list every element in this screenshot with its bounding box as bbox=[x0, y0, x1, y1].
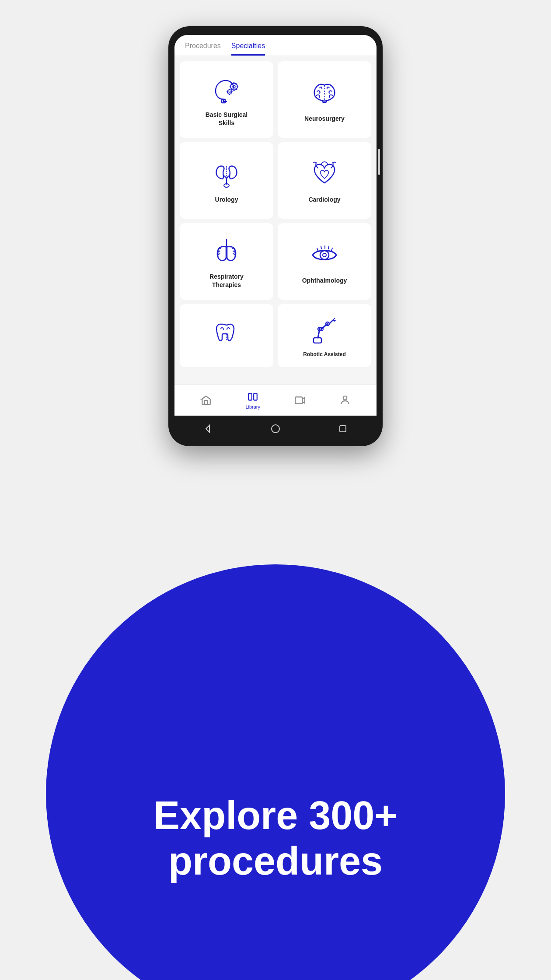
phone-back-button[interactable] bbox=[203, 424, 213, 434]
svg-line-24 bbox=[321, 246, 321, 249]
kidneys-icon bbox=[209, 159, 244, 189]
svg-marker-40 bbox=[206, 425, 209, 432]
label-urology: Urology bbox=[215, 196, 238, 203]
blue-circle-background bbox=[46, 564, 505, 980]
tab-procedures[interactable]: Procedures bbox=[185, 42, 221, 56]
svg-rect-33 bbox=[248, 393, 252, 400]
brain-icon bbox=[307, 78, 342, 108]
svg-point-22 bbox=[323, 253, 326, 257]
svg-line-26 bbox=[328, 246, 329, 249]
heart-icon bbox=[307, 159, 342, 189]
svg-point-12 bbox=[229, 91, 230, 93]
card-urology[interactable]: Urology bbox=[180, 142, 273, 219]
card-cardiology[interactable]: Cardiology bbox=[278, 142, 371, 219]
phone-screen: Procedures Specialties bbox=[174, 35, 377, 416]
svg-point-39 bbox=[343, 396, 347, 400]
specialty-grid: Basic SurgicalSkills bbox=[180, 61, 371, 367]
card-neurosurgery[interactable]: Neurosurgery bbox=[278, 61, 371, 138]
lungs-icon bbox=[209, 236, 244, 266]
card-basic-surgical-skills[interactable]: Basic SurgicalSkills bbox=[180, 61, 273, 138]
phone-device: Procedures Specialties bbox=[168, 26, 383, 446]
card-respiratory-therapies[interactable]: RespiratoryTherapies bbox=[180, 223, 273, 300]
label-robotic-assisted: Robotic Assisted bbox=[303, 351, 346, 358]
tab-bar: Procedures Specialties bbox=[174, 35, 377, 56]
head-gears-icon bbox=[209, 74, 244, 105]
tooth-icon bbox=[209, 318, 244, 349]
phone-hardware-nav bbox=[174, 416, 377, 442]
specialties-grid-container: Basic SurgicalSkills bbox=[174, 56, 377, 384]
bottom-navigation: Library bbox=[174, 384, 377, 416]
nav-library[interactable]: Library bbox=[245, 391, 260, 410]
svg-point-41 bbox=[272, 425, 279, 433]
robot-arm-icon bbox=[307, 315, 342, 345]
nav-home[interactable] bbox=[200, 395, 212, 406]
svg-rect-29 bbox=[314, 338, 321, 343]
phone-home-button[interactable] bbox=[270, 424, 281, 434]
svg-point-21 bbox=[320, 251, 329, 259]
svg-rect-34 bbox=[254, 393, 257, 400]
label-cardiology: Cardiology bbox=[308, 196, 340, 203]
explore-text: Explore 300+procedures bbox=[79, 793, 472, 884]
svg-line-27 bbox=[331, 248, 332, 251]
phone-recents-button[interactable] bbox=[338, 424, 348, 434]
nav-profile[interactable] bbox=[339, 395, 351, 406]
svg-line-23 bbox=[317, 248, 318, 251]
svg-rect-38 bbox=[295, 397, 302, 403]
label-neurosurgery: Neurosurgery bbox=[304, 115, 345, 122]
label-basic-surgical-skills: Basic SurgicalSkills bbox=[206, 111, 248, 126]
card-ophthalmology[interactable]: Ophthalmology bbox=[278, 223, 371, 300]
label-ophthalmology: Ophthalmology bbox=[302, 276, 347, 284]
nav-library-label: Library bbox=[245, 404, 260, 410]
card-dental[interactable] bbox=[180, 304, 273, 367]
tab-specialties[interactable]: Specialties bbox=[231, 42, 265, 56]
eye-icon bbox=[307, 240, 342, 270]
svg-rect-42 bbox=[340, 426, 346, 432]
svg-point-11 bbox=[227, 90, 232, 94]
card-robotic-assisted[interactable]: Robotic Assisted bbox=[278, 304, 371, 367]
label-respiratory-therapies: RespiratoryTherapies bbox=[209, 273, 244, 288]
nav-videos[interactable] bbox=[294, 395, 306, 406]
